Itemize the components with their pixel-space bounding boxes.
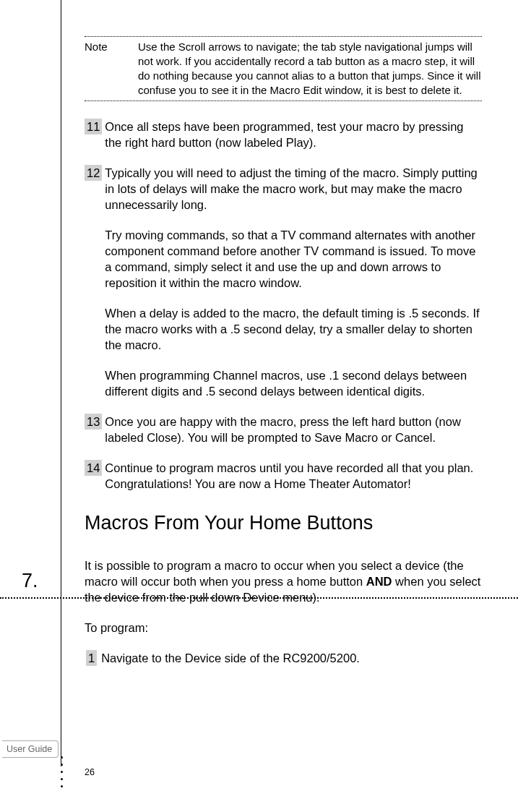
step-text: Once you are happy with the macro, press… (105, 414, 482, 445)
step-number: 11 (85, 119, 102, 134)
step-number: 12 (85, 165, 102, 181)
step-text: When a delay is added to the macro, the … (105, 305, 482, 353)
step-14: 14 Continue to program macros until you … (85, 460, 482, 492)
step-text: Continue to program macros until you hav… (105, 460, 482, 492)
step-number: 13 (85, 414, 102, 429)
step-text: Typically you will need to adjust the ti… (105, 165, 482, 213)
step-13: 13 Once you are happy with the macro, pr… (85, 414, 482, 445)
step-1: 1 Navigate to the Device side of the RC9… (85, 650, 482, 666)
step-number: 14 (85, 460, 102, 476)
step-text: Once all steps have been programmed, tes… (105, 119, 482, 150)
step-11: 11 Once all steps have been programmed, … (85, 119, 482, 150)
step-text: When programming Channel macros, use .1 … (105, 367, 482, 399)
intro-text-bold: AND (366, 575, 392, 588)
footer-user-guide-label: User Guide (2, 740, 59, 758)
vertical-divider (61, 0, 61, 766)
step-12: 12 Typically you will need to adjust the… (85, 165, 482, 399)
footer-dots-decoration (61, 756, 63, 792)
step-text: Navigate to the Device side of the RC920… (101, 650, 482, 666)
note-label: Note (85, 40, 138, 98)
step-number: 1 (86, 650, 97, 666)
section-heading: Macros From Your Home Buttons (85, 512, 482, 534)
note-block: Note Use the Scroll arrows to navigate; … (85, 36, 482, 101)
to-program-label: To program: (85, 620, 482, 636)
section-divider (0, 597, 518, 599)
note-text: Use the Scroll arrows to navigate; the t… (138, 40, 482, 98)
step-text: Try moving commands, so that a TV comman… (105, 227, 482, 291)
page-number: 26 (85, 767, 95, 777)
section-number: 7. (22, 570, 38, 592)
